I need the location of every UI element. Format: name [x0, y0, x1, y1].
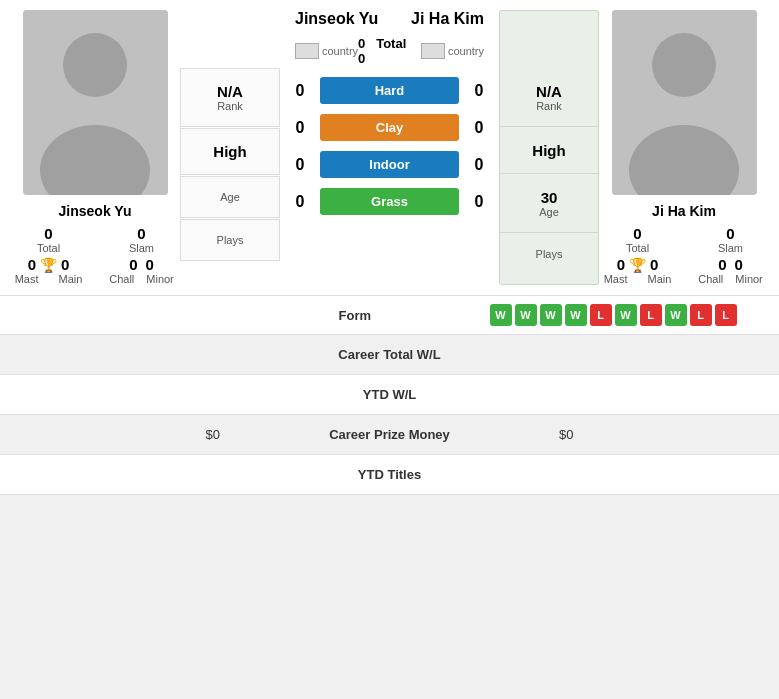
career-prize-row: $0 Career Prize Money $0 [0, 415, 779, 455]
badge-10: L [715, 304, 737, 326]
player-name-center-left: Jinseok Yu [295, 10, 378, 28]
comparison-section: Jinseok Yu 0 Total 0 Slam 0 🏆 0 [0, 0, 779, 296]
player-names-row: Jinseok Yu Ji Ha Kim [285, 10, 494, 28]
badge-1: W [490, 304, 512, 326]
ytd-titles-row: YTD Titles [0, 455, 779, 495]
scores-and-surfaces: 0 Hard 0 0 Clay 0 0 Indoor 0 0 Grass [285, 72, 494, 220]
side-stat-rank-right: N/A Rank [500, 69, 598, 127]
badge-7: L [640, 304, 662, 326]
badge-4: W [565, 304, 587, 326]
ytd-wl-label: YTD W/L [220, 387, 559, 402]
player-name-left: Jinseok Yu [59, 203, 132, 219]
badge-9: L [690, 304, 712, 326]
center-panel: Jinseok Yu Ji Ha Kim country 0 Total 0 c… [280, 10, 499, 285]
mast-trophy-right: 0 🏆 0 [617, 256, 659, 273]
svg-point-1 [63, 33, 127, 97]
player-name-right: Ji Ha Kim [652, 203, 716, 219]
trophy-icon-right: 🏆 [629, 257, 646, 273]
stat-slam-left: 0 Slam [103, 225, 180, 254]
career-wl-row: Career Total W/L [0, 335, 779, 375]
surface-row-grass: 0 Grass 0 [285, 183, 494, 220]
main-container: Jinseok Yu 0 Total 0 Slam 0 🏆 0 [0, 0, 779, 495]
surface-grass-btn: Grass [320, 188, 459, 215]
stat-mast-left: 0 🏆 0 Mast Main [10, 256, 87, 285]
country-flags-row: country 0 Total 0 country [285, 36, 494, 66]
badge-2: W [515, 304, 537, 326]
player-card-right: Ji Ha Kim 0 Total 0 Slam 0 🏆 0 [599, 10, 769, 285]
badge-5: L [590, 304, 612, 326]
stat-total-right: 0 Total [599, 225, 676, 254]
country-img-left [295, 43, 319, 59]
side-stat-rank-left: N/A Rank [180, 68, 280, 127]
trophy-icon-left: 🏆 [40, 257, 57, 273]
prize-left: $0 [20, 427, 220, 442]
career-prize-label: Career Prize Money [220, 427, 559, 442]
mast-trophy-left: 0 🏆 0 [28, 256, 70, 273]
form-label: Form [220, 308, 490, 323]
player-stats-right: 0 Total 0 Slam 0 🏆 0 Mast Main [599, 225, 769, 285]
country-flag-left: country [295, 43, 358, 59]
side-stats-right: N/A Rank High 30 Age Plays [499, 10, 599, 285]
prize-right: $0 [559, 427, 759, 442]
surface-clay-btn: Clay [320, 114, 459, 141]
stat-chall-right: 0 0 Chall Minor [692, 256, 769, 285]
badge-8: W [665, 304, 687, 326]
side-stat-plays-left: Plays [180, 219, 280, 261]
stat-chall-left: 0 0 Chall Minor [103, 256, 180, 285]
surface-row-indoor: 0 Indoor 0 [285, 146, 494, 183]
surface-hard-btn: Hard [320, 77, 459, 104]
ytd-wl-row: YTD W/L [0, 375, 779, 415]
avatar-left [23, 10, 168, 195]
stat-slam-right: 0 Slam [692, 225, 769, 254]
side-stat-plays-right: Plays [500, 234, 598, 274]
side-stat-age-left: Age [180, 176, 280, 218]
side-stat-high-left: High [180, 128, 280, 175]
form-badges-container: W W W W L W L W L L [490, 304, 760, 326]
svg-point-4 [652, 33, 716, 97]
career-wl-label: Career Total W/L [220, 347, 559, 362]
surface-row-hard: 0 Hard 0 [285, 72, 494, 109]
side-stats-left: N/A Rank High Age Plays [180, 10, 280, 285]
country-flag-right: country [421, 43, 484, 59]
total-label: 0 Total 0 [358, 36, 421, 66]
badge-3: W [540, 304, 562, 326]
side-stat-age-right: 30 Age [500, 175, 598, 233]
stat-mast-right: 0 🏆 0 Mast Main [599, 256, 676, 285]
player-name-center-right: Ji Ha Kim [411, 10, 484, 28]
avatar-right [612, 10, 757, 195]
ytd-titles-label: YTD Titles [220, 467, 559, 482]
player-card-left: Jinseok Yu 0 Total 0 Slam 0 🏆 0 [10, 10, 180, 285]
bottom-section: Form W W W W L W L W L L Career Total W/… [0, 296, 779, 495]
player-stats-left: 0 Total 0 Slam 0 🏆 0 Mast Main [10, 225, 180, 285]
surface-indoor-btn: Indoor [320, 151, 459, 178]
side-stat-high-right: High [500, 128, 598, 174]
stat-total-left: 0 Total [10, 225, 87, 254]
badge-6: W [615, 304, 637, 326]
surface-row-clay: 0 Clay 0 [285, 109, 494, 146]
country-img-right [421, 43, 445, 59]
form-row: Form W W W W L W L W L L [0, 296, 779, 335]
